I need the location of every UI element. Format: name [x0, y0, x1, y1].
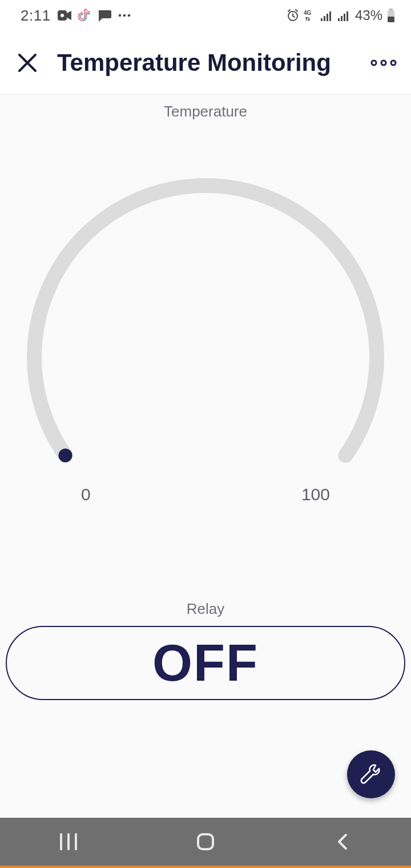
tiktok-icon [78, 9, 91, 22]
alarm-icon [287, 9, 299, 22]
more-notifications-icon [118, 13, 131, 18]
gauge-title: Temperature [0, 103, 411, 120]
relay-title: Relay [187, 600, 224, 618]
svg-rect-13 [344, 14, 345, 21]
battery-icon [387, 9, 395, 22]
battery-percent: 43% [355, 7, 382, 23]
svg-point-4 [127, 14, 130, 17]
more-options-button[interactable] [370, 49, 397, 77]
svg-rect-10 [329, 11, 331, 21]
svg-point-1 [61, 14, 64, 17]
temperature-gauge[interactable]: 0 100 [23, 149, 388, 515]
svg-rect-17 [388, 17, 394, 22]
svg-rect-15 [389, 9, 393, 10]
back-icon [337, 833, 348, 851]
gauge-labels: 0 100 [23, 485, 388, 504]
app-header: Temperature Monitoring [0, 31, 411, 95]
gauge-container: 0 100 [0, 149, 411, 515]
relay-section: Relay OFF [0, 600, 411, 700]
signal-icon [321, 10, 333, 21]
gauge-thumb [59, 449, 72, 463]
svg-rect-8 [324, 16, 325, 21]
close-button[interactable] [14, 49, 41, 77]
svg-rect-12 [341, 16, 342, 21]
status-time: 2:11 [21, 7, 51, 25]
status-right: 4G 43% [287, 7, 395, 23]
gauge-max-label: 100 [301, 485, 330, 504]
svg-rect-7 [321, 18, 323, 21]
gauge-min-label: 0 [81, 485, 91, 504]
nav-home-button[interactable] [171, 818, 240, 866]
svg-rect-24 [198, 834, 213, 849]
video-icon [58, 10, 71, 21]
system-nav-bar [0, 818, 411, 866]
relay-toggle-button[interactable]: OFF [6, 626, 405, 700]
message-icon [98, 9, 111, 22]
relay-state-label: OFF [152, 634, 259, 693]
svg-point-3 [123, 14, 126, 17]
settings-fab[interactable] [347, 750, 395, 798]
svg-point-19 [381, 61, 386, 65]
page-title: Temperature Monitoring [57, 49, 370, 77]
svg-rect-11 [338, 18, 340, 21]
svg-point-2 [118, 14, 121, 17]
nav-recents-button[interactable] [34, 818, 103, 866]
home-icon [196, 832, 215, 851]
svg-point-18 [372, 61, 376, 65]
svg-rect-9 [327, 14, 328, 21]
svg-text:4G: 4G [304, 10, 312, 16]
bottom-accent-line [0, 866, 411, 868]
network-4g-icon: 4G [304, 9, 316, 22]
wrench-icon [358, 762, 384, 787]
recents-icon [59, 833, 78, 850]
svg-point-20 [391, 61, 396, 65]
more-horizontal-icon [370, 59, 397, 66]
svg-rect-14 [346, 11, 348, 21]
nav-back-button[interactable] [308, 818, 377, 866]
signal-icon-2 [338, 10, 350, 21]
close-icon [16, 51, 39, 74]
status-bar: 2:11 4G 43% [0, 0, 411, 31]
status-left: 2:11 [21, 7, 131, 25]
content-area: Temperature 0 100 Relay OFF [0, 95, 411, 818]
